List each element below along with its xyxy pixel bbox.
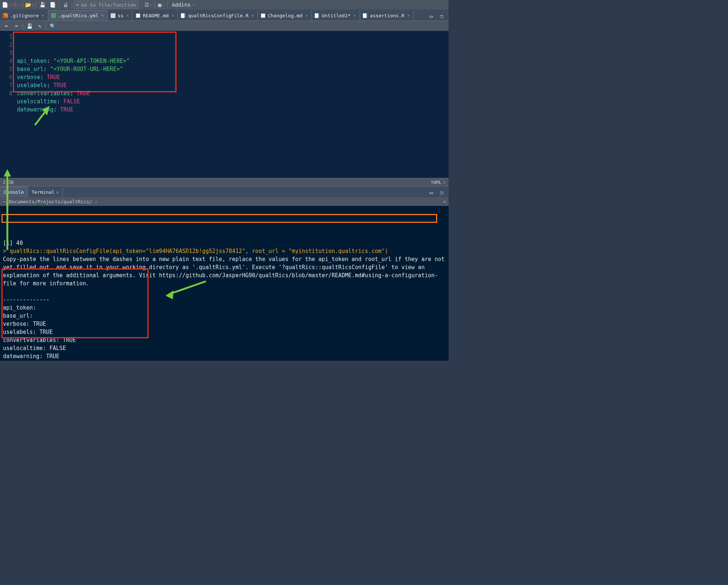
md-file-icon	[261, 13, 265, 18]
new-project-button[interactable]: ➕	[12, 0, 21, 9]
language-mode[interactable]: YAML	[431, 180, 442, 185]
file-tab--gitignore[interactable]: .gitignore×	[0, 10, 48, 21]
file-tab-bar: .gitignore×.qualtRics.yml×ss×README.md×q…	[0, 10, 449, 21]
editor-toolbar: ⬅ ➡ 💾 ✎ 🔍	[0, 21, 449, 31]
close-tab-icon[interactable]: ×	[305, 13, 308, 18]
close-tab-icon[interactable]: ×	[101, 13, 104, 18]
working-dir[interactable]: ~/Documents/Projects/qualtRics/	[3, 199, 92, 204]
yml-file-icon	[51, 13, 56, 18]
find-button[interactable]: 🔍	[48, 22, 57, 31]
main-toolbar: 📄 ➕ 📂 💾 📑 🖨 ➥ Go to file/function ☰ ▦ Ad…	[0, 0, 449, 10]
file-tab-label: Changelog.md	[268, 13, 302, 18]
tab-terminal[interactable]: Terminal×	[28, 187, 63, 197]
file-tab-assertions-r[interactable]: assertions.R×	[360, 10, 414, 21]
txt-file-icon	[111, 13, 115, 18]
back-button[interactable]: ⬅	[1, 22, 11, 31]
cursor-position: 2:38	[3, 180, 14, 185]
editor-statusbar: 2:38 YAML ⇕	[0, 178, 449, 186]
git-file-icon	[3, 13, 8, 18]
file-tab-label: ss	[118, 13, 124, 18]
line-gutter: 12345678	[0, 31, 15, 178]
file-tab--qualtrics-yml[interactable]: .qualtRics.yml×	[48, 10, 108, 21]
addins-menu[interactable]: Addins	[169, 1, 197, 9]
close-tab-icon[interactable]: ×	[407, 13, 410, 18]
console-header: ~/Documents/Projects/qualtRics/ ⇗ ⌫	[0, 197, 449, 206]
open-file-button[interactable]: 📂	[25, 0, 34, 9]
file-tab-readme-md[interactable]: README.md×	[133, 10, 178, 21]
maximize-pane-icon[interactable]: ❐	[437, 12, 446, 21]
clear-console-icon[interactable]: ⌫	[443, 199, 446, 204]
r-file-icon	[363, 13, 368, 18]
file-tab-label: qualtRicsConfigFile.R	[188, 13, 248, 18]
close-tab-icon[interactable]: ×	[42, 13, 44, 18]
maximize-console-icon[interactable]: ❐	[437, 188, 446, 197]
grid-button[interactable]: ▦	[156, 0, 166, 9]
tab-console[interactable]: Console	[0, 187, 28, 197]
close-tab-icon[interactable]: ×	[251, 13, 254, 18]
save-all-button[interactable]: 📑	[48, 0, 57, 9]
close-tab-icon[interactable]: ×	[353, 13, 356, 18]
close-tab-icon[interactable]: ×	[172, 13, 174, 18]
annotation-orange-box	[1, 214, 437, 223]
file-tab-ss[interactable]: ss×	[108, 10, 133, 21]
file-tab-changelog-md[interactable]: Changelog.md×	[258, 10, 312, 21]
file-tab-untitled1-[interactable]: Untitled1*×	[312, 10, 360, 21]
save-button[interactable]: 💾	[38, 0, 47, 9]
console-output[interactable]: [1] 40> qualtRics::qualtRicsConfigFile(a…	[0, 206, 449, 361]
tools-btn-1[interactable]: ☰	[143, 0, 153, 9]
file-tab-label: .gitignore	[10, 13, 39, 18]
close-tab-icon[interactable]: ×	[126, 13, 129, 18]
file-tab-label: README.md	[143, 13, 168, 18]
print-button[interactable]: 🖨	[61, 0, 70, 9]
goto-placeholder: Go to file/function	[81, 2, 136, 8]
r-file-icon	[315, 13, 320, 18]
show-doc-button[interactable]: ✎	[35, 22, 44, 31]
goto-input[interactable]: ➥ Go to file/function	[74, 1, 139, 9]
md-file-icon	[136, 13, 140, 18]
minimize-pane-icon[interactable]: ▭	[427, 12, 436, 21]
forward-button[interactable]: ➡	[12, 22, 21, 31]
minimize-console-icon[interactable]: ▭	[427, 188, 436, 197]
r-file-icon	[181, 13, 186, 18]
code-editor[interactable]: 12345678 api_token: "<YOUR-API-TOKEN-HER…	[0, 31, 449, 178]
file-tab-label: assertions.R	[370, 13, 404, 18]
code-area[interactable]: api_token: "<YOUR-API-TOKEN-HERE>"base_u…	[15, 31, 449, 178]
share-icon[interactable]: ⇗	[94, 199, 97, 204]
console-tab-bar: Console Terminal× ▭ ❐	[0, 186, 449, 197]
file-tab-qualtricsconfigfile-r[interactable]: qualtRicsConfigFile.R×	[178, 10, 258, 21]
file-tab-label: Untitled1*	[322, 13, 350, 18]
new-file-button[interactable]: 📄	[1, 0, 11, 9]
file-tab-label: .qualtRics.yml	[58, 13, 99, 18]
save-file-button[interactable]: 💾	[25, 22, 34, 31]
